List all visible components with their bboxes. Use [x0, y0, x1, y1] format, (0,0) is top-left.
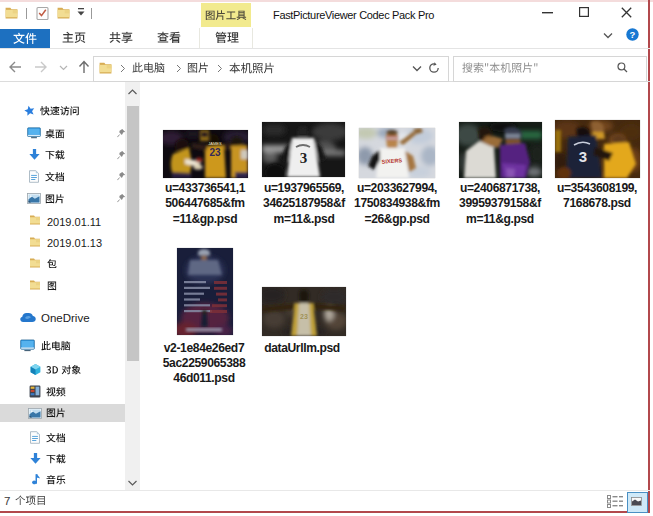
- svg-text:3: 3: [579, 148, 587, 165]
- svg-text:23: 23: [209, 147, 221, 158]
- svg-text:3: 3: [300, 150, 308, 166]
- svg-text:JAMES: JAMES: [208, 141, 222, 146]
- svg-text:23: 23: [300, 313, 308, 320]
- svg-text:?: ?: [630, 29, 636, 40]
